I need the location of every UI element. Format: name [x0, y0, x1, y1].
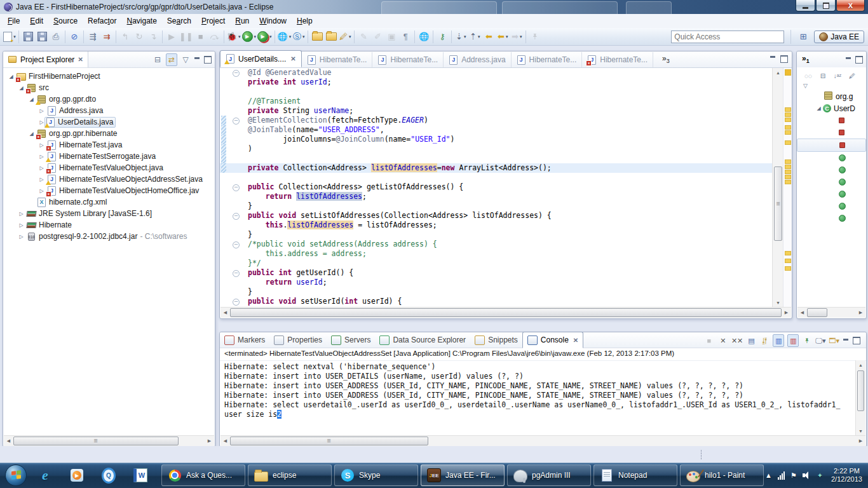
bottom-tab-console[interactable]: Console✕	[522, 332, 583, 348]
taskbar-clock[interactable]: 2:22 PM2/12/2013	[829, 467, 862, 484]
occurrence-mark-icon[interactable]	[785, 175, 791, 179]
bottom-tab-servers[interactable]: Servers	[327, 332, 375, 348]
bottom-tab-data-source-explorer[interactable]: Data Source Explorer	[375, 332, 470, 348]
collapse-all-icon[interactable]: ⊟	[153, 54, 163, 65]
open-type-icon[interactable]	[310, 30, 324, 44]
quicktime-icon[interactable]: Q	[98, 464, 119, 486]
outline-item[interactable]	[797, 200, 866, 212]
minimize-view-icon[interactable]	[194, 57, 201, 62]
editor-tab-address-java[interactable]: JAddress.java	[444, 52, 511, 67]
clear-console-icon[interactable]: ▤	[746, 335, 756, 346]
skip-breakpoints-icon[interactable]: ⊘	[67, 30, 81, 44]
occurrence-mark-icon[interactable]	[785, 118, 791, 122]
new-web-service-icon[interactable]: Ⓢ▾	[292, 30, 306, 44]
outline-hscrollbar[interactable]: ◀▶	[797, 307, 865, 318]
occurrence-mark-icon[interactable]	[785, 170, 791, 174]
outline-item-org.g[interactable]: org.g	[797, 90, 866, 102]
tree-item-hibernatetestserrogate-java[interactable]: ▷JHibernateTestSerrogate.java	[4, 151, 215, 162]
occurrence-mark-icon[interactable]	[785, 259, 791, 263]
taskbar-button-eclipse[interactable]: eclipse	[248, 464, 332, 486]
occurrence-mark-icon[interactable]	[785, 107, 791, 112]
tree-item-hibernatetest-java[interactable]: ▷JxHibernateTest.java	[4, 139, 215, 151]
tree-expander-icon[interactable]: ◢	[815, 105, 823, 111]
dropdown-arrow-icon[interactable]: ▾	[349, 34, 351, 39]
outline-item[interactable]	[797, 139, 866, 152]
tree-item-address-java[interactable]: ▷JAddress.java	[4, 105, 215, 116]
editor-vscrollbar[interactable]: ▲ ☰ ▼	[772, 68, 783, 308]
tree-expander-icon[interactable]: ◢	[27, 131, 36, 137]
new-java-element-icon[interactable]: ⚷	[435, 30, 449, 44]
back-icon[interactable]: ⬅▾	[496, 30, 510, 44]
pin-console-icon[interactable]: 🖈	[802, 335, 812, 346]
remove-all-launches-icon[interactable]: ✕✕	[731, 335, 743, 346]
debug-icon[interactable]: 🐞▾	[226, 30, 241, 44]
editor-tab-hibernatete-[interactable]: JHibernateTe...	[302, 52, 373, 67]
last-edit-location-icon[interactable]: ⬅	[482, 30, 496, 44]
menu-help[interactable]: Help	[292, 15, 318, 27]
save-icon[interactable]	[21, 30, 35, 44]
network-signal-icon[interactable]	[778, 471, 785, 480]
tree-item-userdetails-java[interactable]: ▷JUserDetails.java	[4, 116, 215, 128]
tree-item-src[interactable]: ◢xsrc	[4, 82, 215, 93]
run-icon[interactable]: ▶▾	[241, 30, 257, 44]
editor-tab-hibernatete-[interactable]: JxHibernateTe...	[582, 52, 653, 67]
tree-item-hibernate-cfg-xml[interactable]: Xhibernate.cfg.xml	[4, 196, 215, 208]
editor-tab-overflow[interactable]: »3	[662, 54, 670, 64]
minimize-editor-icon[interactable]	[770, 55, 776, 61]
dropdown-arrow-icon[interactable]: ▾	[822, 337, 826, 345]
dropdown-arrow-icon[interactable]: ▾	[478, 34, 480, 39]
outline-item[interactable]	[797, 212, 866, 224]
maximize-view-icon[interactable]	[855, 56, 863, 64]
tree-item-hibernate[interactable]: ▷Hibernate	[4, 219, 215, 231]
tree-expander-icon[interactable]: ◢	[17, 85, 25, 91]
menu-window[interactable]: Window	[254, 15, 292, 27]
outline-item[interactable]	[797, 114, 866, 126]
view-menu-icon[interactable]: ▽	[797, 83, 866, 90]
outline-item[interactable]	[797, 176, 866, 188]
close-tab-icon[interactable]: ✕	[573, 337, 578, 344]
show-stdout-icon[interactable]: ▥	[773, 334, 784, 347]
tree-item-hibernatetestvalueobjectaddressset-java[interactable]: ▷JHibernateTestValueObjectAddressSet.jav…	[4, 173, 215, 185]
minimize-button[interactable]	[796, 0, 815, 11]
fold-collapse-icon[interactable]: –	[233, 184, 240, 191]
editor-hscrollbar[interactable]: ◀▶	[220, 307, 791, 318]
tree-item-org-gp-gpr-dto[interactable]: ◢org.gp.gpr.dto	[4, 93, 215, 105]
tree-item-jre-system-library-javase-1-6-[interactable]: ▷JRE System Library [JavaSE-1.6]	[4, 208, 215, 219]
bottom-tab-snippets[interactable]: Snippets	[470, 332, 522, 348]
menu-edit[interactable]: Edit	[25, 15, 48, 27]
tree-expander-icon[interactable]: ◢	[7, 74, 15, 79]
print-icon[interactable]: ⎙	[49, 30, 63, 44]
internet-explorer-icon[interactable]: e	[34, 464, 56, 486]
new-web-project-icon[interactable]: 🌐▾	[277, 30, 292, 44]
link-with-editor-icon[interactable]: 🖉	[847, 70, 857, 81]
occurrence-mark-icon[interactable]	[785, 165, 791, 169]
tree-expander-icon[interactable]: ▷	[17, 234, 25, 240]
occurrence-mark-icon[interactable]	[785, 130, 791, 135]
fold-collapse-icon[interactable]: –	[233, 299, 240, 306]
occurrence-mark-icon[interactable]	[785, 140, 791, 145]
view-menu-icon[interactable]: ◌◌	[803, 70, 813, 81]
tree-item-postgresql-9-2-1002-jdbc4-jar[interactable]: ▷010postgresql-9.2-1002.jdbc4.jar - C:\s…	[4, 231, 215, 242]
taskbar-button-pgadmin-iii[interactable]: pgAdmin III	[507, 464, 591, 486]
build-all-icon[interactable]: ⇶	[86, 30, 100, 44]
console-vscrollbar[interactable]: ▲ ▼	[855, 360, 865, 436]
occurrence-mark-icon[interactable]	[785, 251, 791, 255]
action-center-icon[interactable]: ⚑	[790, 471, 797, 480]
menu-source[interactable]: Source	[48, 15, 83, 27]
fold-collapse-icon[interactable]: –	[233, 270, 240, 277]
project-explorer-tab[interactable]: Project Explorer ✕	[3, 51, 88, 67]
menu-run[interactable]: Run	[230, 15, 254, 27]
forward-icon[interactable]: ➡▾	[510, 30, 524, 44]
maximize-editor-icon[interactable]	[780, 55, 788, 63]
bottom-tab-markers[interactable]: Markers	[220, 332, 269, 348]
dropdown-arrow-icon[interactable]: ▾	[254, 34, 257, 39]
open-resource-icon[interactable]	[324, 30, 338, 44]
tree-expander-icon[interactable]: ▷	[37, 188, 46, 194]
outline-item[interactable]	[797, 152, 866, 164]
run-last-tool-icon[interactable]: ⇉	[100, 30, 114, 44]
prev-annotation-icon[interactable]: ⇡▾	[468, 30, 482, 44]
bottom-tab-properties[interactable]: Properties	[269, 332, 327, 348]
close-tab-icon[interactable]: ✕	[290, 55, 295, 62]
tree-expander-icon[interactable]: ▷	[17, 211, 25, 217]
tree-item-hibernatetestvalueobjecthomeoffice-jav[interactable]: ▷JxHibernateTestValueObjectHomeOffice.ja…	[4, 185, 215, 196]
